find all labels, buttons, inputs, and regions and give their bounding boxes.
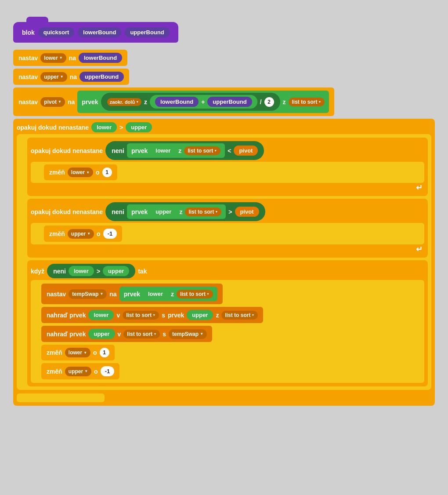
if-container: když neni lower > upper tak <box>27 260 428 386</box>
lowerBound-val[interactable]: lowerBound <box>79 53 122 63</box>
set-pivot-block: nastav pivot na prvek zaokr. dolů z lowe… <box>13 87 435 116</box>
zmenn-lower-if-block[interactable]: změň lower o 1 <box>41 345 115 360</box>
val-1-circle: 1 <box>102 167 112 177</box>
upper-nahrad2: upper <box>88 329 115 339</box>
param2-pill[interactable]: upperBound <box>125 27 169 37</box>
list-sort-n2[interactable]: list to sort <box>123 330 160 338</box>
nahrad2-row: nahraď prvek upper v list to sort s temp… <box>41 326 421 342</box>
val-neg1-pill: -1 <box>103 229 117 239</box>
zmenn-lower-row: změň lower o 1 <box>44 164 421 180</box>
if-header: když neni lower > upper tak <box>31 264 424 278</box>
upperBound-val[interactable]: upperBound <box>79 72 124 82</box>
zmenn-lower-block[interactable]: změň lower o 1 <box>44 164 117 180</box>
upper-nahrad1: upper <box>187 310 213 320</box>
prvek-upper-expr: prvek upper z list to sort <box>127 204 226 219</box>
tempswap-dropdown[interactable]: tempSwap <box>69 289 107 299</box>
prvek-expression: prvek zaokr. dolů z lowerBound + upperBo… <box>77 91 329 113</box>
zmenn-upper-block[interactable]: změň upper o -1 <box>44 226 122 242</box>
list-sort-n1a[interactable]: list to sort <box>123 311 159 320</box>
inner-loop1-container: opakuj dokud nenastane neni prvek lower … <box>27 138 428 196</box>
list-sort-2[interactable]: list to sort <box>185 207 221 216</box>
list-sort-ts[interactable]: list to sort <box>177 290 213 298</box>
var-upper-dropdown[interactable]: upper <box>40 72 67 82</box>
if-block: když neni lower > upper tak <box>27 260 428 386</box>
set-upper-block: nastav upper na upperBound <box>13 69 435 85</box>
upper-var-if[interactable]: upper <box>65 367 91 376</box>
nastav-tempswap: nastav tempSwap na prvek lower z list to… <box>41 284 421 304</box>
prvek-lower-ts: prvek lower z list to sort <box>119 287 217 301</box>
outer-loop-container: opakuj dokud nenastane lower > upper opa… <box>13 119 435 406</box>
lower-ts: lower <box>143 289 168 299</box>
lower-if: lower <box>69 266 94 276</box>
inner-loop1-body: změň lower o 1 <box>31 162 424 183</box>
nahrad1-row: nahraď prvek lower v list to sort s prve… <box>41 307 421 323</box>
param1-pill[interactable]: lowerBound <box>78 27 121 37</box>
lower-nahrad1: lower <box>88 310 114 320</box>
zmenn-lower-if: změň lower o 1 <box>41 345 421 360</box>
upper-if: upper <box>103 266 129 276</box>
outer-repeat-block: opakuj dokud nenastane lower > upper opa… <box>13 119 435 406</box>
neni-expr-1: neni prvek lower z list to sort < pivot <box>105 141 264 160</box>
arrow-1: ↵ <box>31 183 424 193</box>
bottom-stub <box>17 393 105 402</box>
lower-var-dropdown-1[interactable]: lower <box>68 167 93 177</box>
inner-loop1-block: opakuj dokud nenastane neni prvek lower … <box>27 138 428 196</box>
lower-pill-1: lower <box>150 146 176 156</box>
blok-keyword: blok <box>22 29 35 36</box>
nastav-upper[interactable]: nastav upper na upperBound <box>13 69 129 85</box>
function-definition-block: blok quicksort lowerBound upperBound <box>13 22 178 43</box>
pivot-pill-2: pivot <box>235 207 259 217</box>
tempswap-val[interactable]: tempSwap <box>169 329 207 339</box>
num-2: 2 <box>264 97 274 107</box>
upper-oval: upper <box>126 122 152 132</box>
nastav-tempswap-block[interactable]: nastav tempSwap na prvek lower z list to… <box>41 284 223 304</box>
inner-loop2-container: opakuj dokud nenastane neni prvek upper … <box>27 199 428 258</box>
lower-var-if[interactable]: lower <box>65 348 90 357</box>
inner-loop2-header: opakuj dokud nenastane neni prvek upper … <box>31 202 424 221</box>
list-sort-n1b[interactable]: list to sort <box>221 311 258 320</box>
list-to-sort-pivot[interactable]: list to sort <box>289 98 325 106</box>
list-sort-1[interactable]: list to sort <box>184 146 220 155</box>
nastav-pivot[interactable]: nastav pivot na prvek zaokr. dolů z lowe… <box>13 87 334 116</box>
arrow-2: ↵ <box>31 244 424 254</box>
outer-loop-header: opakuj dokud nenastane lower > upper <box>17 122 431 132</box>
zaokr-dropdown[interactable]: zaokr. dolů <box>107 98 141 106</box>
val2-pill: -1 <box>101 366 115 376</box>
lower-oval: lower <box>91 122 117 132</box>
lowerBound-add[interactable]: lowerBound <box>155 97 199 107</box>
zmenn-upper-if: změň upper o -1 <box>41 363 421 379</box>
pivot-pill-1: pivot <box>234 146 258 156</box>
if-body: nastav tempSwap na prvek lower z list to… <box>31 280 424 383</box>
nastav-lower[interactable]: nastav lower na lowerBound <box>13 50 127 66</box>
zmenn-upper-row: změň upper o -1 <box>44 226 421 242</box>
set-lower-block: nastav lower na lowerBound <box>13 50 435 66</box>
outer-loop-body: opakuj dokud nenastane neni prvek lower … <box>17 134 431 390</box>
var-lower-dropdown[interactable]: lower <box>40 53 66 63</box>
var-pivot-dropdown[interactable]: pivot <box>40 97 65 107</box>
inner-loop2-block: opakuj dokud nenastane neni prvek upper … <box>27 199 428 258</box>
nahrad1-block[interactable]: nahraď prvek lower v list to sort s prve… <box>41 307 263 323</box>
add-expression: lowerBound + upperBound <box>150 95 257 109</box>
upper-pill-2: upper <box>150 207 177 217</box>
upper-var-dropdown-2[interactable]: upper <box>68 229 94 239</box>
neni-cond: neni lower > upper <box>47 264 135 278</box>
zmenn-upper-if-block[interactable]: změň upper o -1 <box>41 363 119 379</box>
floor-expression: zaokr. dolů z lowerBound + upperBound / … <box>101 93 280 111</box>
upperBound-add[interactable]: upperBound <box>207 97 252 107</box>
neni-expr-2: neni prvek upper z list to sort > pivot <box>105 202 265 221</box>
func-name-pill[interactable]: quicksort <box>38 27 75 37</box>
inner-loop1-header: opakuj dokud nenastane neni prvek lower … <box>31 141 424 160</box>
val1-circle: 1 <box>100 348 109 357</box>
inner-loop2-body: změň upper o -1 <box>31 223 424 244</box>
scratch-editor: blok quicksort lowerBound upperBound nas… <box>9 9 439 410</box>
nahrad2-block[interactable]: nahraď prvek upper v list to sort s temp… <box>41 326 212 342</box>
prvek-lower-expr: prvek lower z list to sort <box>127 143 225 158</box>
